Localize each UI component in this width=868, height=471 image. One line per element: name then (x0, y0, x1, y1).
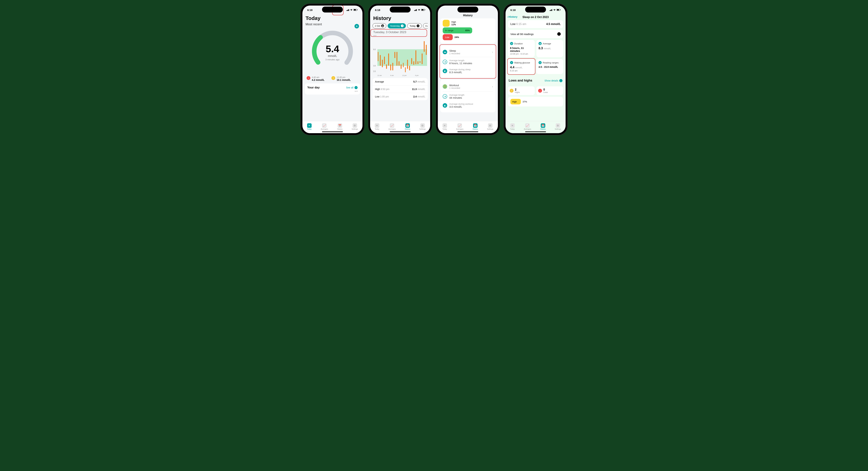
high-swatch (443, 20, 450, 27)
calendar-icon: ▦ (381, 25, 384, 27)
high-value: 10.1 mmol/L (337, 78, 351, 81)
chart-icon: 📈 (390, 123, 394, 128)
pie-icon: ◐ (443, 103, 447, 108)
stat-high: High 9:50 pm11.3 mmol/L (373, 85, 428, 93)
cellular-icon (346, 9, 349, 11)
page-title: History (373, 15, 428, 21)
back-button[interactable]: ‹History (507, 15, 518, 18)
tab-today[interactable]: ☀Today (509, 123, 516, 131)
low-reading: ↓ 4:40 am4.2 mmol/L (307, 76, 324, 81)
tab-averages[interactable]: 📈Averages (455, 123, 465, 131)
tab-averages[interactable]: 📈Averages (319, 123, 329, 131)
time-in-range-card: High11% In range65% Low24% (440, 19, 495, 43)
high-time: 12:45 pm (337, 76, 351, 78)
cellular-icon (550, 9, 552, 11)
clock-icon: ◔ (510, 42, 513, 45)
low-chip: Low (443, 34, 453, 40)
chart-icon: 📈 (525, 123, 530, 128)
see-all-link[interactable]: See all→ (346, 86, 358, 89)
bed-icon: 🛏 (443, 50, 447, 54)
cellular-icon (414, 9, 417, 11)
nav-title: ‹History Sleep on 2 Oct 2023 (505, 14, 566, 20)
svg-rect-15 (425, 9, 425, 10)
gear-icon: ⚙ (352, 123, 357, 128)
add-button[interactable]: + (354, 24, 359, 28)
stat-low: Low 1:05 pm2.4 mmol/L (373, 93, 428, 100)
sun-icon: ☀ (510, 123, 515, 128)
runner-icon: 🏃 (443, 84, 447, 89)
gear-icon: ⚙ (556, 123, 560, 128)
workout-length-row: ◔ Average length44 minutes (443, 92, 493, 101)
chip-today[interactable]: Today4 (407, 23, 422, 28)
glucose-chart[interactable]: 9.0 3.8 2.0 12 am6 am12 pm6 pm (373, 36, 427, 76)
svg-rect-2 (348, 9, 348, 11)
status-icons (414, 9, 425, 11)
chevron-right-icon: › (492, 50, 493, 54)
home-indicator[interactable] (390, 131, 410, 132)
chip-2oct[interactable]: 2 Oct▦ (373, 23, 386, 28)
waking-glucose-tile: ☀Waking glucose 4.4 mmol/L 6:20 am (508, 59, 535, 74)
y-max-label: 14.0 (307, 90, 358, 92)
home-indicator[interactable] (525, 131, 546, 132)
battery-icon (557, 9, 561, 11)
view-all-button[interactable]: View all 98 readings → (508, 30, 563, 38)
tab-history[interactable]: 📅History (471, 123, 479, 131)
gauge-icon: ◉ (538, 42, 541, 45)
svg-rect-0 (346, 10, 347, 11)
tab-today[interactable]: ☀Today (306, 123, 313, 131)
chevron-down-icon: ⌄ (559, 79, 562, 82)
svg-rect-3 (349, 9, 349, 11)
chart-icon: 📈 (322, 123, 327, 128)
gear-icon: ⚙ (488, 123, 493, 128)
wifi-icon (553, 9, 556, 11)
svg-rect-1 (347, 10, 348, 11)
duration-tile: ◔Duration 8 hours, 11 minutes 10:08 pm -… (508, 40, 535, 57)
your-day-card[interactable]: Your day See all→ 14.0 (305, 83, 360, 95)
calendar-icon: 📅 (473, 123, 477, 128)
average-tile: ◉Average 8.3 mmol/L (536, 40, 563, 57)
high-label: High (452, 21, 456, 23)
y-max-label: 14.0 (373, 35, 428, 36)
badge-count: 3 (401, 25, 404, 27)
tab-averages[interactable]: 📈Averages (522, 123, 532, 131)
sleep-row[interactable]: 🛏 Sleep1 recorded › (443, 47, 493, 57)
tab-settings[interactable]: ⚙Settings (350, 123, 359, 131)
svg-rect-9 (414, 10, 415, 11)
tab-settings[interactable]: ⚙Settings (418, 123, 427, 131)
low-time: 4:40 am (312, 76, 324, 78)
workout-row[interactable]: 🏃 Workout1 recorded › (443, 82, 493, 91)
home-indicator[interactable] (322, 131, 343, 132)
low-value: 4.2 mmol/L (312, 78, 324, 81)
lows-count: ↓0Lows (536, 87, 563, 95)
arrow-up-icon: ↑ (510, 89, 514, 93)
stat-average: Average5.7 mmol/L (373, 78, 428, 85)
arrow-up-icon: ↑ (332, 76, 335, 80)
wifi-icon (350, 9, 353, 11)
status-icons (550, 9, 561, 11)
tab-today[interactable]: ☀Today (441, 123, 448, 131)
tab-averages[interactable]: 📈Averages (387, 123, 397, 131)
tab-history[interactable]: 📅History (336, 123, 344, 131)
pie-icon: ◐ (443, 69, 447, 73)
workout-during-row: ◐ Average during workout3.0 mmol/L (443, 101, 493, 110)
show-details-link[interactable]: Show details⌄ (545, 79, 562, 82)
tab-settings[interactable]: ⚙Settings (486, 123, 495, 131)
sun-icon: ☀ (307, 123, 312, 128)
in-range-chip: In range65% (443, 27, 472, 33)
tab-history[interactable]: 📅History (539, 123, 547, 131)
workout-card: 🏃 Workout1 recorded › ◔ Average length44… (440, 79, 495, 112)
date-filter-chips: 2 Oct▦ Yesterday3 Today4 Custo (373, 23, 428, 28)
section-title: Most recent (306, 23, 360, 26)
chip-custom[interactable]: Custo (423, 23, 428, 28)
svg-rect-22 (560, 9, 561, 10)
home-indicator[interactable] (458, 131, 478, 132)
chip-yesterday[interactable]: Yesterday3 (388, 23, 406, 28)
tab-history[interactable]: 📅History (403, 123, 412, 131)
tab-settings[interactable]: ⚙Settings (553, 123, 562, 131)
tab-today[interactable]: ☀Today (373, 123, 381, 131)
chevron-right-icon: › (492, 85, 493, 89)
svg-rect-18 (551, 9, 552, 11)
reading-ranges-tile: ⇅Reading ranges 4.5 - 15.9 mmol/L (536, 59, 563, 74)
sun-icon: ☀ (375, 123, 379, 128)
calendar-icon: 📅 (338, 123, 342, 128)
